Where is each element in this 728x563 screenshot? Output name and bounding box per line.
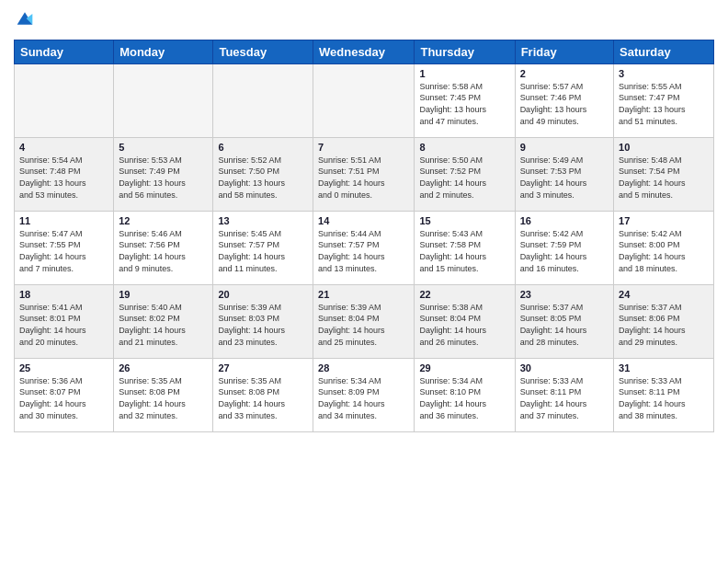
day-info: Sunrise: 5:42 AM Sunset: 7:59 PM Dayligh… <box>520 228 609 274</box>
header <box>14 9 714 32</box>
calendar-cell: 29Sunrise: 5:34 AM Sunset: 8:10 PM Dayli… <box>415 358 515 431</box>
logo <box>14 9 34 32</box>
day-info: Sunrise: 5:53 AM Sunset: 7:49 PM Dayligh… <box>119 155 208 201</box>
day-info: Sunrise: 5:34 AM Sunset: 8:09 PM Dayligh… <box>318 375 409 421</box>
day-info: Sunrise: 5:45 AM Sunset: 7:57 PM Dayligh… <box>218 228 308 274</box>
day-number: 21 <box>318 289 409 300</box>
calendar-cell <box>213 63 313 137</box>
day-number: 18 <box>19 289 108 300</box>
day-info: Sunrise: 5:39 AM Sunset: 8:04 PM Dayligh… <box>318 302 409 348</box>
day-info: Sunrise: 5:33 AM Sunset: 8:11 PM Dayligh… <box>619 375 709 421</box>
day-number: 29 <box>419 362 509 373</box>
day-info: Sunrise: 5:54 AM Sunset: 7:48 PM Dayligh… <box>19 155 108 201</box>
logo-text <box>14 9 34 32</box>
calendar-cell <box>114 63 213 137</box>
calendar-cell: 3Sunrise: 5:55 AM Sunset: 7:47 PM Daylig… <box>614 63 714 137</box>
day-number: 5 <box>119 142 208 153</box>
day-info: Sunrise: 5:36 AM Sunset: 8:07 PM Dayligh… <box>19 375 108 421</box>
day-number: 3 <box>619 68 709 79</box>
header-thursday: Thursday <box>415 40 515 63</box>
header-monday: Monday <box>114 40 213 63</box>
day-number: 8 <box>419 142 509 153</box>
day-number: 31 <box>619 362 709 373</box>
day-info: Sunrise: 5:52 AM Sunset: 7:50 PM Dayligh… <box>218 155 308 201</box>
calendar-cell: 8Sunrise: 5:50 AM Sunset: 7:52 PM Daylig… <box>415 137 515 211</box>
day-number: 30 <box>520 362 609 373</box>
calendar-cell: 4Sunrise: 5:54 AM Sunset: 7:48 PM Daylig… <box>15 137 114 211</box>
day-number: 24 <box>619 289 709 300</box>
day-info: Sunrise: 5:57 AM Sunset: 7:46 PM Dayligh… <box>520 81 609 127</box>
day-info: Sunrise: 5:40 AM Sunset: 8:02 PM Dayligh… <box>119 302 208 348</box>
day-number: 16 <box>520 215 609 226</box>
day-number: 25 <box>19 362 108 373</box>
day-info: Sunrise: 5:51 AM Sunset: 7:51 PM Dayligh… <box>318 155 409 201</box>
calendar-cell: 16Sunrise: 5:42 AM Sunset: 7:59 PM Dayli… <box>515 211 613 284</box>
day-info: Sunrise: 5:50 AM Sunset: 7:52 PM Dayligh… <box>419 155 509 201</box>
calendar-cell: 9Sunrise: 5:49 AM Sunset: 7:53 PM Daylig… <box>515 137 613 211</box>
week-row-0: 1Sunrise: 5:58 AM Sunset: 7:45 PM Daylig… <box>15 63 714 137</box>
day-info: Sunrise: 5:37 AM Sunset: 8:05 PM Dayligh… <box>520 302 609 348</box>
day-number: 28 <box>318 362 409 373</box>
calendar-cell: 13Sunrise: 5:45 AM Sunset: 7:57 PM Dayli… <box>213 211 313 284</box>
day-number: 10 <box>619 142 709 153</box>
day-number: 15 <box>419 215 509 226</box>
day-info: Sunrise: 5:39 AM Sunset: 8:03 PM Dayligh… <box>218 302 308 348</box>
week-row-1: 4Sunrise: 5:54 AM Sunset: 7:48 PM Daylig… <box>15 137 714 211</box>
day-info: Sunrise: 5:58 AM Sunset: 7:45 PM Dayligh… <box>419 81 509 127</box>
calendar-cell <box>15 63 114 137</box>
calendar-cell: 25Sunrise: 5:36 AM Sunset: 8:07 PM Dayli… <box>15 358 114 431</box>
week-row-3: 18Sunrise: 5:41 AM Sunset: 8:01 PM Dayli… <box>15 284 714 358</box>
calendar-cell: 17Sunrise: 5:42 AM Sunset: 8:00 PM Dayli… <box>614 211 714 284</box>
day-number: 27 <box>218 362 308 373</box>
calendar-cell <box>313 63 415 137</box>
day-number: 11 <box>19 215 108 226</box>
calendar: Sunday Monday Tuesday Wednesday Thursday… <box>14 40 714 432</box>
header-sunday: Sunday <box>15 40 114 63</box>
calendar-cell: 27Sunrise: 5:35 AM Sunset: 8:08 PM Dayli… <box>213 358 313 431</box>
day-number: 26 <box>119 362 208 373</box>
calendar-cell: 1Sunrise: 5:58 AM Sunset: 7:45 PM Daylig… <box>415 63 515 137</box>
day-info: Sunrise: 5:55 AM Sunset: 7:47 PM Dayligh… <box>619 81 709 127</box>
day-info: Sunrise: 5:35 AM Sunset: 8:08 PM Dayligh… <box>119 375 208 421</box>
calendar-cell: 18Sunrise: 5:41 AM Sunset: 8:01 PM Dayli… <box>15 284 114 358</box>
calendar-cell: 6Sunrise: 5:52 AM Sunset: 7:50 PM Daylig… <box>213 137 313 211</box>
day-number: 23 <box>520 289 609 300</box>
day-number: 22 <box>419 289 509 300</box>
day-info: Sunrise: 5:43 AM Sunset: 7:58 PM Dayligh… <box>419 228 509 274</box>
calendar-cell: 24Sunrise: 5:37 AM Sunset: 8:06 PM Dayli… <box>614 284 714 358</box>
calendar-cell: 31Sunrise: 5:33 AM Sunset: 8:11 PM Dayli… <box>614 358 714 431</box>
day-number: 9 <box>520 142 609 153</box>
calendar-cell: 20Sunrise: 5:39 AM Sunset: 8:03 PM Dayli… <box>213 284 313 358</box>
week-row-2: 11Sunrise: 5:47 AM Sunset: 7:55 PM Dayli… <box>15 211 714 284</box>
calendar-cell: 26Sunrise: 5:35 AM Sunset: 8:08 PM Dayli… <box>114 358 213 431</box>
day-number: 2 <box>520 68 609 79</box>
calendar-cell: 11Sunrise: 5:47 AM Sunset: 7:55 PM Dayli… <box>15 211 114 284</box>
calendar-cell: 15Sunrise: 5:43 AM Sunset: 7:58 PM Dayli… <box>415 211 515 284</box>
day-number: 19 <box>119 289 208 300</box>
page: Sunday Monday Tuesday Wednesday Thursday… <box>0 0 728 563</box>
day-number: 1 <box>419 68 509 79</box>
calendar-cell: 19Sunrise: 5:40 AM Sunset: 8:02 PM Dayli… <box>114 284 213 358</box>
day-number: 4 <box>19 142 108 153</box>
calendar-cell: 14Sunrise: 5:44 AM Sunset: 7:57 PM Dayli… <box>313 211 415 284</box>
day-info: Sunrise: 5:44 AM Sunset: 7:57 PM Dayligh… <box>318 228 409 274</box>
day-info: Sunrise: 5:46 AM Sunset: 7:56 PM Dayligh… <box>119 228 208 274</box>
day-info: Sunrise: 5:34 AM Sunset: 8:10 PM Dayligh… <box>419 375 509 421</box>
day-info: Sunrise: 5:49 AM Sunset: 7:53 PM Dayligh… <box>520 155 609 201</box>
day-info: Sunrise: 5:35 AM Sunset: 8:08 PM Dayligh… <box>218 375 308 421</box>
day-info: Sunrise: 5:33 AM Sunset: 8:11 PM Dayligh… <box>520 375 609 421</box>
header-tuesday: Tuesday <box>213 40 313 63</box>
day-info: Sunrise: 5:47 AM Sunset: 7:55 PM Dayligh… <box>19 228 108 274</box>
header-saturday: Saturday <box>614 40 714 63</box>
day-info: Sunrise: 5:38 AM Sunset: 8:04 PM Dayligh… <box>419 302 509 348</box>
calendar-cell: 30Sunrise: 5:33 AM Sunset: 8:11 PM Dayli… <box>515 358 613 431</box>
calendar-cell: 7Sunrise: 5:51 AM Sunset: 7:51 PM Daylig… <box>313 137 415 211</box>
header-wednesday: Wednesday <box>313 40 415 63</box>
logo-icon <box>16 9 34 28</box>
day-number: 20 <box>218 289 308 300</box>
day-info: Sunrise: 5:48 AM Sunset: 7:54 PM Dayligh… <box>619 155 709 201</box>
day-info: Sunrise: 5:37 AM Sunset: 8:06 PM Dayligh… <box>619 302 709 348</box>
day-info: Sunrise: 5:41 AM Sunset: 8:01 PM Dayligh… <box>19 302 108 348</box>
day-number: 13 <box>218 215 308 226</box>
day-number: 7 <box>318 142 409 153</box>
